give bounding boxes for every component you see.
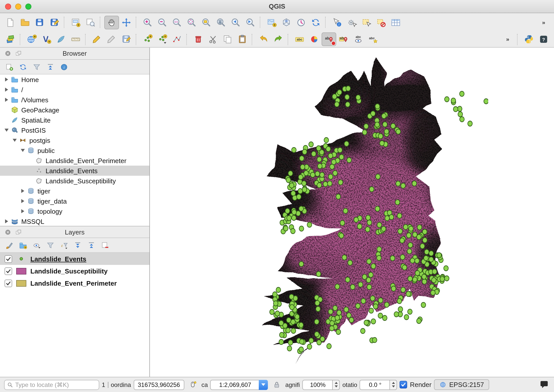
scale-input[interactable]: [213, 381, 258, 388]
expand-all-button[interactable]: [71, 240, 84, 251]
add-group-button[interactable]: [17, 240, 29, 251]
float-panel-icon[interactable]: [15, 50, 22, 57]
map-canvas[interactable]: [150, 48, 554, 377]
zoom-native-button[interactable]: 1:1: [170, 15, 184, 29]
pin-labels-button[interactable]: ab: [322, 32, 336, 46]
coordinate-input[interactable]: [136, 381, 182, 388]
close-panel-icon[interactable]: [4, 228, 12, 236]
browser-tree-item[interactable]: Home: [0, 74, 149, 85]
browser-tree-item[interactable]: topology: [0, 206, 149, 216]
zoom-to-selection-button[interactable]: [199, 15, 214, 29]
filter-expression-button[interactable]: ε: [58, 240, 70, 251]
expand-arrow-icon[interactable]: [19, 209, 26, 213]
layer-visibility-checkbox[interactable]: [5, 279, 12, 287]
scale-dropdown-icon[interactable]: [259, 380, 268, 390]
browser-tree-item[interactable]: tiger: [0, 186, 149, 196]
crs-button[interactable]: EPSG:2157: [434, 379, 489, 390]
remove-layer-button[interactable]: [99, 240, 111, 251]
vertex-tool-button[interactable]: [170, 32, 184, 46]
zoom-full-button[interactable]: [184, 15, 199, 29]
python-console-button[interactable]: [522, 32, 536, 46]
properties-button[interactable]: i: [58, 61, 70, 72]
pan-to-selection-button[interactable]: [119, 15, 134, 29]
expand-arrow-icon[interactable]: [19, 199, 26, 203]
browser-tree-item[interactable]: SpatiaLite: [0, 115, 149, 125]
expand-arrow-icon[interactable]: [3, 77, 10, 82]
layer-visibility-checkbox[interactable]: [5, 267, 12, 275]
temporal-controller-button[interactable]: [294, 15, 308, 29]
add-wms-layer-button[interactable]: [24, 32, 39, 46]
save-layer-edits-button[interactable]: [119, 32, 134, 46]
delete-selected-button[interactable]: [191, 32, 206, 46]
expand-arrow-icon[interactable]: [19, 149, 26, 152]
rotation-input[interactable]: [362, 381, 388, 388]
manage-themes-button[interactable]: [30, 240, 43, 251]
identify-features-button[interactable]: i: [330, 15, 344, 29]
layer-row[interactable]: Landslide_Events: [0, 253, 149, 265]
help-button[interactable]: ?: [536, 32, 551, 46]
zoom-to-layer-button[interactable]: [214, 15, 228, 29]
browser-tree-item[interactable]: Landslide_Susceptibility: [0, 176, 149, 186]
new-print-layout-button[interactable]: [68, 15, 83, 29]
change-label-button[interactable]: abc: [366, 32, 380, 46]
render-toggle[interactable]: Render: [400, 381, 431, 388]
float-panel-icon[interactable]: [15, 228, 22, 236]
scale-combo[interactable]: [210, 380, 268, 390]
zoom-out-button[interactable]: [155, 15, 170, 29]
select-features-button[interactable]: [359, 15, 374, 29]
browser-tree-item[interactable]: PostGIS: [0, 125, 149, 135]
undo-button[interactable]: [256, 32, 271, 46]
filter-browser-button[interactable]: [30, 61, 43, 72]
current-edits-button[interactable]: [90, 32, 104, 46]
toggle-editing-button[interactable]: [104, 32, 119, 46]
zoom-last-button[interactable]: [228, 15, 243, 29]
spin-steppers[interactable]: [390, 380, 397, 390]
layer-diagram-button[interactable]: [307, 32, 322, 46]
zoom-in-button[interactable]: [140, 15, 155, 29]
zoom-window-button[interactable]: [25, 3, 31, 9]
expand-arrow-icon[interactable]: [3, 129, 10, 132]
refresh-browser-button[interactable]: [17, 61, 29, 72]
browser-tree-item[interactable]: MSSQL: [0, 216, 149, 226]
layer-visibility-checkbox[interactable]: [5, 255, 12, 263]
save-project-button[interactable]: [32, 15, 47, 29]
open-layer-styling-button[interactable]: [3, 240, 15, 251]
spin-steppers[interactable]: [332, 380, 340, 390]
show-layout-manager-button[interactable]: [83, 15, 98, 29]
zoom-next-button[interactable]: [243, 15, 258, 29]
save-project-as-button[interactable]: [47, 15, 62, 29]
browser-tree-item[interactable]: /: [0, 85, 149, 95]
overflow-button[interactable]: »: [500, 32, 515, 46]
rotation-spinbox[interactable]: [360, 380, 397, 390]
collapse-all-button[interactable]: [85, 240, 97, 251]
highlight-pinned-labels-button[interactable]: ab: [336, 32, 351, 46]
locator-input[interactable]: [15, 381, 96, 388]
magnifier-spinbox[interactable]: [302, 380, 340, 390]
new-3d-map-view-button[interactable]: 3D: [279, 15, 294, 29]
overflow-button[interactable]: »: [536, 15, 551, 29]
add-point-feature-button[interactable]: [140, 32, 155, 46]
redo-button[interactable]: [271, 32, 286, 46]
add-mssql-layer-button[interactable]: [68, 32, 83, 46]
browser-tree-item[interactable]: GeoPackage: [0, 105, 149, 115]
layer-row[interactable]: Landslide_Event_Perimeter: [0, 277, 149, 289]
expand-arrow-icon[interactable]: [3, 98, 10, 102]
layer-labeling-button[interactable]: abc: [292, 32, 307, 46]
show-hidden-labels-button[interactable]: abc: [351, 32, 366, 46]
run-feature-action-button[interactable]: [344, 15, 359, 29]
locator-search[interactable]: [4, 380, 99, 390]
coordinate-box[interactable]: [133, 380, 184, 390]
cut-features-button[interactable]: [206, 32, 220, 46]
expand-arrow-icon[interactable]: [19, 189, 26, 193]
minimize-window-button[interactable]: [15, 3, 21, 9]
close-panel-icon[interactable]: [4, 50, 12, 57]
new-project-button[interactable]: [3, 15, 18, 29]
pan-map-button[interactable]: [104, 15, 119, 29]
copy-features-button[interactable]: [220, 32, 235, 46]
open-attribute-table-button[interactable]: [388, 15, 403, 29]
expand-arrow-icon[interactable]: [3, 88, 10, 92]
paste-features-button[interactable]: [235, 32, 250, 46]
browser-tree-item[interactable]: Landslide_Event_Perimeter: [0, 155, 149, 166]
expand-arrow-icon[interactable]: [11, 139, 18, 142]
browser-tree-item[interactable]: tiger_data: [0, 196, 149, 206]
